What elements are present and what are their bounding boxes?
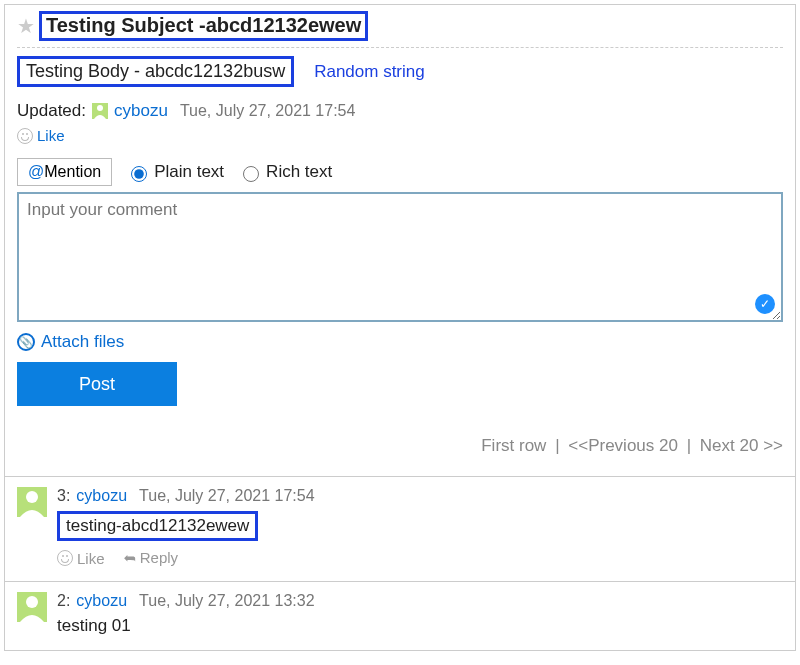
comment-head: 3: cybozu Tue, July 27, 2021 17:54 bbox=[57, 487, 783, 505]
check-icon: ✓ bbox=[755, 294, 775, 314]
comment-number: 3: bbox=[57, 487, 70, 505]
random-string-label: Random string bbox=[314, 62, 425, 82]
at-icon: @ bbox=[28, 163, 44, 180]
thread-body: Testing Body - abcdc12132busw bbox=[17, 56, 294, 87]
paperclip-icon: 📎 bbox=[17, 333, 35, 351]
comment-item: 3: cybozu Tue, July 27, 2021 17:54 testi… bbox=[5, 476, 795, 581]
format-radio-group: Plain text Rich text bbox=[126, 162, 332, 182]
svg-point-5 bbox=[26, 596, 38, 608]
comment-head: 2: cybozu Tue, July 27, 2021 13:32 bbox=[57, 592, 783, 610]
thread-title: Testing Subject -abcd12132ewew bbox=[39, 11, 368, 41]
comment-actions: Like ➦ Reply bbox=[57, 549, 783, 567]
title-row: ★ Testing Subject -abcd12132ewew bbox=[17, 11, 783, 41]
like-row[interactable]: Like bbox=[17, 127, 783, 144]
pager-prev[interactable]: <<Previous 20 bbox=[568, 436, 678, 455]
comment-reply[interactable]: ➦ Reply bbox=[123, 549, 179, 567]
comment-body-highlight: testing-abcd12132ewew bbox=[57, 511, 258, 541]
thread-main: ★ Testing Subject -abcd12132ewew Testing… bbox=[5, 5, 795, 476]
smiley-icon bbox=[17, 128, 33, 144]
rich-text-radio[interactable]: Rich text bbox=[238, 162, 332, 182]
comment-content: 2: cybozu Tue, July 27, 2021 13:32 testi… bbox=[57, 592, 783, 636]
comment-time: Tue, July 27, 2021 13:32 bbox=[139, 592, 315, 610]
separator bbox=[17, 47, 783, 48]
like-link[interactable]: Like bbox=[37, 127, 65, 144]
attach-row[interactable]: 📎 Attach files bbox=[17, 332, 783, 352]
plain-text-radio[interactable]: Plain text bbox=[126, 162, 224, 182]
attach-files-link[interactable]: Attach files bbox=[41, 332, 124, 352]
comment-placeholder: Input your comment bbox=[27, 200, 177, 219]
comment-content: 3: cybozu Tue, July 27, 2021 17:54 testi… bbox=[57, 487, 783, 567]
mention-button[interactable]: @Mention bbox=[17, 158, 112, 186]
reply-arrow-icon: ➦ bbox=[123, 549, 136, 567]
comment-item: 2: cybozu Tue, July 27, 2021 13:32 testi… bbox=[5, 581, 795, 650]
post-button[interactable]: Post bbox=[17, 362, 177, 406]
comment-toolbar: @Mention Plain text Rich text bbox=[17, 158, 783, 186]
body-row: Testing Body - abcdc12132busw Random str… bbox=[17, 56, 783, 87]
plain-text-radio-input[interactable] bbox=[131, 166, 147, 182]
comment-like[interactable]: Like bbox=[57, 550, 105, 567]
updated-user-link[interactable]: cybozu bbox=[114, 101, 168, 121]
thread-panel: ★ Testing Subject -abcd12132ewew Testing… bbox=[4, 4, 796, 651]
svg-point-1 bbox=[97, 105, 103, 111]
plain-text-label: Plain text bbox=[154, 162, 224, 182]
avatar-icon bbox=[17, 487, 47, 517]
updated-row: Updated: cybozu Tue, July 27, 2021 17:54 bbox=[17, 101, 783, 121]
comment-number: 2: bbox=[57, 592, 70, 610]
comment-body: testing 01 bbox=[57, 616, 783, 636]
star-icon[interactable]: ★ bbox=[17, 16, 35, 36]
avatar-icon bbox=[17, 592, 47, 622]
comment-user-link[interactable]: cybozu bbox=[76, 487, 127, 505]
pager-first[interactable]: First row bbox=[481, 436, 546, 455]
comment-input[interactable]: Input your comment ✓ bbox=[17, 192, 783, 322]
mention-label: Mention bbox=[44, 163, 101, 180]
smiley-icon bbox=[57, 550, 73, 566]
comment-user-link[interactable]: cybozu bbox=[76, 592, 127, 610]
pager: First row | <<Previous 20 | Next 20 >> bbox=[17, 436, 783, 462]
updated-time: Tue, July 27, 2021 17:54 bbox=[180, 102, 356, 120]
user-icon bbox=[92, 103, 108, 119]
rich-text-radio-input[interactable] bbox=[243, 166, 259, 182]
rich-text-label: Rich text bbox=[266, 162, 332, 182]
updated-label: Updated: bbox=[17, 101, 86, 121]
svg-point-3 bbox=[26, 491, 38, 503]
pager-next[interactable]: Next 20 >> bbox=[700, 436, 783, 455]
comment-time: Tue, July 27, 2021 17:54 bbox=[139, 487, 315, 505]
